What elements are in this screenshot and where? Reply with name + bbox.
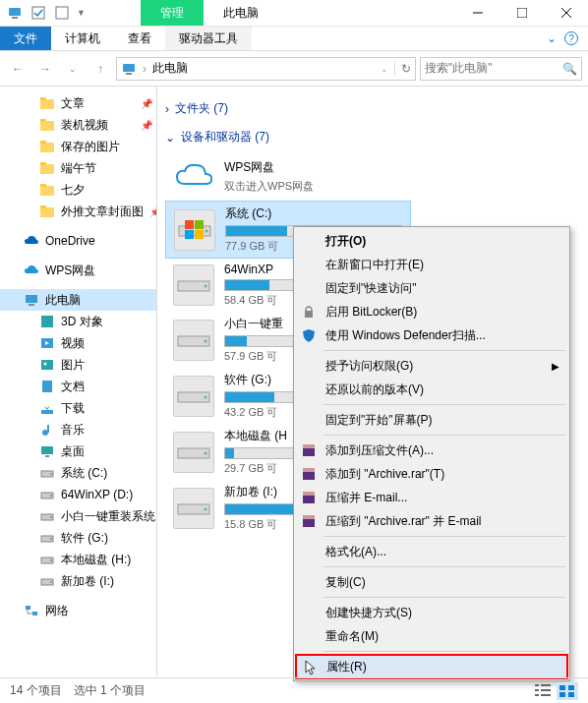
refresh-icon[interactable]: ↻: [394, 62, 411, 76]
context-menu-item[interactable]: 固定到"开始"屏幕(P): [296, 408, 567, 432]
svg-rect-79: [535, 689, 539, 691]
svg-rect-70: [303, 444, 315, 448]
tree-item[interactable]: 此电脑: [0, 289, 156, 311]
context-menu-label: 添加到压缩文件(A)...: [325, 442, 434, 459]
svg-point-28: [44, 363, 47, 366]
context-menu-item[interactable]: 在新窗口中打开(E): [296, 253, 567, 276]
tree-item-label: 新加卷 (I:): [61, 573, 114, 590]
svg-point-43: [50, 538, 52, 540]
svg-rect-84: [568, 685, 574, 690]
folders-group-header[interactable]: › 文件夹 (7): [165, 94, 588, 123]
cloud-icon: [173, 155, 214, 197]
svg-rect-76: [303, 515, 315, 519]
pc-icon: [121, 61, 137, 77]
tree-item[interactable]: 3D 对象: [0, 311, 156, 332]
onedrive-icon: [24, 233, 39, 249]
tree-item[interactable]: 文章📌: [0, 92, 156, 114]
tree-item[interactable]: 保存的图片: [0, 136, 156, 157]
details-view-icon[interactable]: [533, 682, 553, 700]
chevron-down-icon: ⌄: [165, 131, 175, 145]
tree-item[interactable]: 端午节: [0, 157, 156, 179]
tree-item[interactable]: 文档: [0, 376, 156, 397]
wps-drive-item[interactable]: WPS网盘 双击进入WPS网盘: [165, 151, 411, 201]
ribbon-expand-icon[interactable]: ⌄: [547, 31, 557, 45]
tree-item[interactable]: WPS网盘: [0, 260, 156, 281]
tree-item[interactable]: 小白一键重装系统: [0, 505, 156, 527]
tree-item[interactable]: 桌面: [0, 440, 156, 462]
forward-button[interactable]: →: [33, 57, 57, 81]
context-menu-label: 复制(C): [325, 574, 366, 591]
context-menu-item[interactable]: 打开(O): [296, 229, 567, 253]
tree-item[interactable]: 视频: [0, 332, 156, 354]
drive-tools-tab[interactable]: 驱动器工具: [165, 27, 252, 50]
maximize-button[interactable]: [500, 0, 544, 27]
tree-item[interactable]: 软件 (G:): [0, 527, 156, 549]
minimize-button[interactable]: [455, 0, 500, 27]
tree-item-label: 网络: [45, 603, 69, 619]
svg-rect-5: [517, 8, 527, 18]
search-box[interactable]: 搜索"此电脑" 🔍: [420, 57, 582, 81]
svg-rect-74: [303, 492, 315, 496]
qat-dropdown-icon[interactable]: ▼: [77, 8, 86, 18]
context-menu-item[interactable]: 格式化(A)...: [296, 540, 567, 563]
close-button[interactable]: [544, 0, 588, 27]
tree-item[interactable]: 图片: [0, 354, 156, 376]
tree-item[interactable]: OneDrive: [0, 230, 156, 252]
view-tab[interactable]: 查看: [114, 27, 165, 50]
context-menu-item[interactable]: 重命名(M): [296, 624, 567, 648]
context-menu-item[interactable]: 创建快捷方式(S): [296, 601, 567, 624]
help-icon[interactable]: ?: [564, 31, 578, 45]
docs-icon: [39, 379, 55, 394]
checkbox-icon[interactable]: [53, 4, 71, 22]
address-text: 此电脑: [152, 60, 188, 77]
tree-item-label: 外推文章封面图: [61, 204, 144, 220]
back-button[interactable]: ←: [6, 57, 29, 81]
svg-point-57: [206, 229, 208, 232]
context-menu-item[interactable]: 属性(R): [296, 655, 567, 678]
up-button[interactable]: ↑: [88, 57, 112, 81]
navigation-tree: 文章📌装机视频📌保存的图片端午节七夕外推文章封面图📌OneDriveWPS网盘此…: [0, 87, 157, 676]
tiles-view-icon[interactable]: [557, 682, 578, 700]
context-menu-item[interactable]: 使用 Windows Defender扫描...: [296, 323, 567, 347]
pictures-icon: [39, 357, 55, 373]
svg-rect-68: [305, 311, 313, 318]
context-menu-label: 授予访问权限(G): [325, 358, 413, 375]
tree-item-label: 图片: [61, 357, 85, 374]
svg-rect-29: [42, 381, 52, 392]
tree-item[interactable]: 七夕: [0, 179, 156, 201]
checkbox-icon[interactable]: [29, 4, 47, 22]
pin-icon: 📌: [141, 120, 152, 131]
svg-rect-19: [40, 184, 46, 187]
devices-group-header[interactable]: ⌄ 设备和驱动器 (7): [165, 123, 588, 151]
manage-tab[interactable]: 管理: [141, 0, 204, 26]
context-menu-item[interactable]: 还原以前的版本(V): [296, 378, 567, 401]
tree-item[interactable]: 64WinXP (D:): [0, 484, 156, 505]
drive-icon: [39, 552, 55, 567]
tree-item[interactable]: 装机视频📌: [0, 114, 156, 136]
file-tab[interactable]: 文件: [0, 27, 51, 50]
search-icon[interactable]: 🔍: [562, 62, 577, 76]
computer-tab[interactable]: 计算机: [51, 27, 114, 50]
context-menu-item[interactable]: 固定到"快速访问": [296, 276, 567, 300]
tree-item[interactable]: 下载: [0, 397, 156, 419]
tree-item[interactable]: 本地磁盘 (H:): [0, 549, 156, 570]
context-menu-item[interactable]: 添加到 "Archive.rar"(T): [296, 462, 567, 486]
context-menu-item[interactable]: 复制(C): [296, 570, 567, 594]
tree-item[interactable]: 音乐: [0, 419, 156, 440]
context-menu-item[interactable]: 授予访问权限(G)▶: [296, 354, 567, 378]
tree-item[interactable]: 新加卷 (I:): [0, 570, 156, 592]
shield-icon: [301, 327, 317, 343]
tree-item[interactable]: 外推文章封面图📌: [0, 201, 156, 222]
context-menu-item[interactable]: 压缩并 E-mail...: [296, 486, 567, 509]
context-menu-item[interactable]: 启用 BitLocker(B): [296, 300, 567, 323]
tree-item[interactable]: 网络: [0, 600, 156, 621]
svg-rect-21: [40, 205, 46, 208]
network-icon: [24, 603, 39, 618]
context-menu-item[interactable]: 添加到压缩文件(A)...: [296, 439, 567, 462]
history-dropdown[interactable]: ⌄: [61, 57, 85, 81]
folder-icon: [39, 95, 55, 111]
context-menu-item[interactable]: 压缩到 "Archive.rar" 并 E-mail: [296, 509, 567, 533]
address-bar[interactable]: › 此电脑 ⌄ ↻: [116, 57, 416, 81]
drive-icon: [173, 376, 214, 417]
tree-item[interactable]: 系统 (C:): [0, 462, 156, 484]
